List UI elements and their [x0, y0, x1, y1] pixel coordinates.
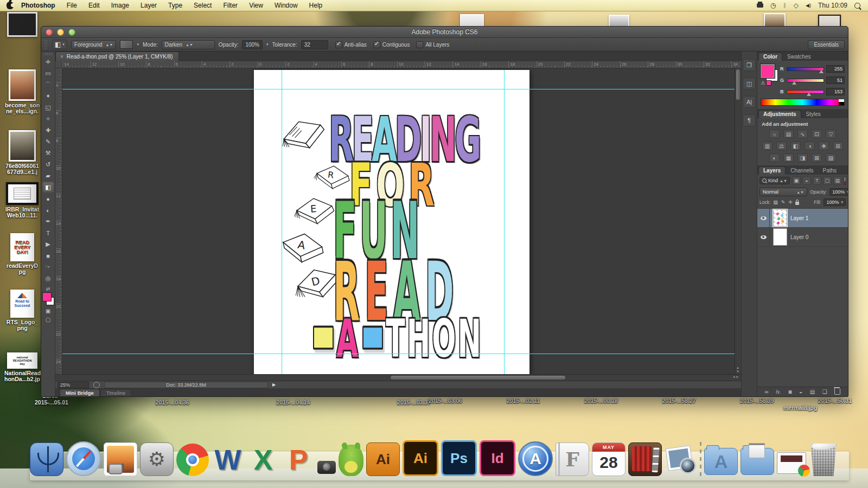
desktop-file-rts-logo[interactable]: Read to Succeed RTS_Logo_ png — [4, 290, 40, 331]
file-label[interactable]: 2015-...50.31 — [818, 397, 852, 404]
lasso-tool[interactable]: ⌒ — [42, 79, 54, 91]
opacity-field[interactable]: 100% — [242, 40, 263, 49]
dock-indesign-cs6[interactable]: Id — [480, 440, 515, 476]
menu-item[interactable]: View — [249, 2, 263, 9]
guide-line[interactable] — [62, 354, 741, 354]
properties-panel-icon[interactable]: ◫ — [743, 78, 756, 89]
layer-visibility-cell[interactable] — [757, 228, 770, 246]
character-panel-icon[interactable]: A| — [743, 96, 756, 108]
file-label[interactable]: 2015-...05.01 — [35, 399, 68, 406]
foreground-color-swatch[interactable] — [761, 64, 775, 78]
blur-tool[interactable]: ● — [42, 193, 54, 204]
layer-style-icon[interactable]: fx. — [776, 389, 781, 395]
gamut-warning[interactable]: ⚠ — [761, 80, 771, 86]
curves-icon[interactable]: ∿ — [797, 130, 808, 138]
healing-brush-tool[interactable]: ✚ — [42, 125, 54, 136]
horizontal-ruler[interactable]: 1412108642024681012141618202224262830323… — [62, 61, 741, 68]
layer-thumbnail[interactable] — [773, 228, 787, 246]
filter-type-layers-icon[interactable]: T — [813, 176, 821, 185]
zoom-level-field[interactable]: 25% — [58, 382, 89, 388]
dock-iphoto[interactable] — [104, 442, 137, 476]
swap-colors-icon[interactable]: ⇄ — [46, 286, 50, 292]
menu-item[interactable]: Select — [194, 2, 212, 9]
status-arrow-icon[interactable]: ▶ — [272, 382, 276, 387]
dodge-tool[interactable]: ◐ — [42, 204, 54, 216]
color-ramp[interactable] — [761, 99, 845, 106]
scroll-arrows[interactable]: ◂▸ — [733, 375, 740, 379]
desktop-file-76e80f[interactable]: 76e80f66061 677d9...e1.j — [4, 130, 40, 175]
move-tool[interactable]: ✛ — [42, 56, 54, 68]
dock-calendar[interactable]: MAY 28 — [592, 442, 626, 476]
volume-icon[interactable]: ◀) — [806, 3, 811, 8]
guide-line[interactable] — [504, 70, 505, 374]
dock-safari[interactable] — [66, 441, 101, 476]
new-adjustment-layer-icon[interactable]: ◒ — [799, 389, 802, 395]
channel-value-field[interactable]: 51 — [826, 76, 845, 84]
lock-position-icon[interactable]: ✛ — [788, 200, 793, 205]
pattern-swatch[interactable] — [120, 40, 133, 49]
desktop-file-become-someone[interactable]: become_son ne_els...ign. — [4, 69, 40, 114]
crop-tool[interactable]: ◱ — [42, 102, 54, 113]
option-checkbox[interactable]: Anti-alias — [335, 41, 367, 48]
panel-tab[interactable]: Styles — [802, 111, 825, 118]
pasteboard[interactable]: R E — [62, 68, 741, 374]
scrollbar-thumb[interactable] — [391, 376, 565, 380]
options-grip[interactable] — [44, 40, 47, 49]
desktop-file-national-readathon[interactable]: national READATHON day NationalReada hon… — [4, 352, 40, 382]
file-label[interactable]: 2015-...04.14 — [276, 399, 310, 406]
brightness-contrast-icon[interactable]: ☼ — [769, 130, 780, 138]
dock-photo-booth[interactable] — [628, 442, 662, 476]
slider-track[interactable] — [787, 90, 824, 94]
filter-adjustment-layers-icon[interactable]: ◒ — [802, 176, 811, 185]
menu-item[interactable]: File — [67, 2, 77, 9]
eyedropper-tool[interactable]: ✧ — [42, 113, 54, 125]
panel-tab[interactable]: Channels — [786, 167, 818, 175]
file-label[interactable]: 2015-...04.36 — [156, 399, 189, 406]
mode-select[interactable]: Darken ▲▼ — [162, 40, 215, 49]
printer-icon[interactable] — [757, 3, 763, 8]
window-titlebar[interactable]: Adobe Photoshop CS6 — [41, 27, 848, 38]
clone-stamp-tool[interactable]: ⚒ — [42, 147, 54, 159]
layer-row[interactable]: Layer 0 — [757, 228, 848, 247]
file-label[interactable]: 2015-...58.39 — [740, 397, 774, 404]
dock-finder[interactable] — [30, 442, 63, 476]
guide-line[interactable] — [282, 70, 282, 374]
path-selection-tool[interactable]: ▶ — [42, 239, 54, 250]
color-balance-icon[interactable]: ⚖ — [776, 142, 787, 150]
dock-illustrator-cs6[interactable]: Ai — [403, 440, 438, 476]
link-layers-icon[interactable]: ∞ — [765, 389, 769, 395]
ruler-corner[interactable] — [55, 61, 62, 68]
scrollbar-thumb[interactable] — [736, 69, 740, 100]
file-label[interactable]: 2015-...58.27 — [662, 397, 696, 404]
screen-mode-button[interactable]: ▢ — [46, 317, 50, 323]
option-checkbox[interactable]: Contiguous — [373, 41, 410, 48]
layer-opacity-field[interactable]: 100% ▾ — [829, 188, 848, 196]
dock-font-book[interactable]: F — [556, 442, 589, 476]
menu-item[interactable]: Type — [168, 2, 182, 9]
shape-tool[interactable]: ■ — [42, 250, 54, 261]
color-lookup-icon[interactable]: ⊞ — [833, 142, 843, 150]
bluetooth-icon[interactable]: ᛒ — [783, 2, 787, 9]
paragraph-panel-icon[interactable]: ¶ — [743, 114, 756, 126]
selective-color-icon[interactable]: ⊠ — [812, 153, 822, 162]
doc-size-field[interactable]: Doc: 33.2M/22.8M — [104, 382, 268, 388]
black-white-icon[interactable]: ◧ — [790, 142, 801, 150]
photo-filter-icon[interactable]: ◑ — [805, 142, 815, 150]
menu-item[interactable]: Photoshop — [21, 2, 55, 9]
apple-icon[interactable] — [7, 2, 14, 9]
panel-tab[interactable]: Paths — [819, 167, 841, 175]
blend-mode-select[interactable]: Normal ▲▼ — [760, 188, 807, 196]
canvas-page[interactable]: R E — [254, 70, 529, 374]
dock-trash[interactable] — [809, 444, 838, 476]
vertical-ruler[interactable]: 468101214161820222426 — [55, 68, 62, 374]
dock-ms-word[interactable]: W — [212, 444, 244, 476]
type-tool[interactable]: T — [42, 227, 54, 239]
posterize-icon[interactable]: ▦ — [783, 153, 794, 162]
dock-documents-folder[interactable] — [741, 448, 774, 475]
dock-toy-figure[interactable] — [339, 445, 363, 476]
dock-applications-folder[interactable]: A — [704, 448, 738, 475]
layer-name[interactable]: Layer 0 — [790, 234, 808, 240]
wifi-icon[interactable]: ◇ — [794, 2, 799, 9]
foreground-color-swatch[interactable] — [42, 292, 52, 301]
dock-app-store[interactable]: A — [518, 441, 553, 476]
